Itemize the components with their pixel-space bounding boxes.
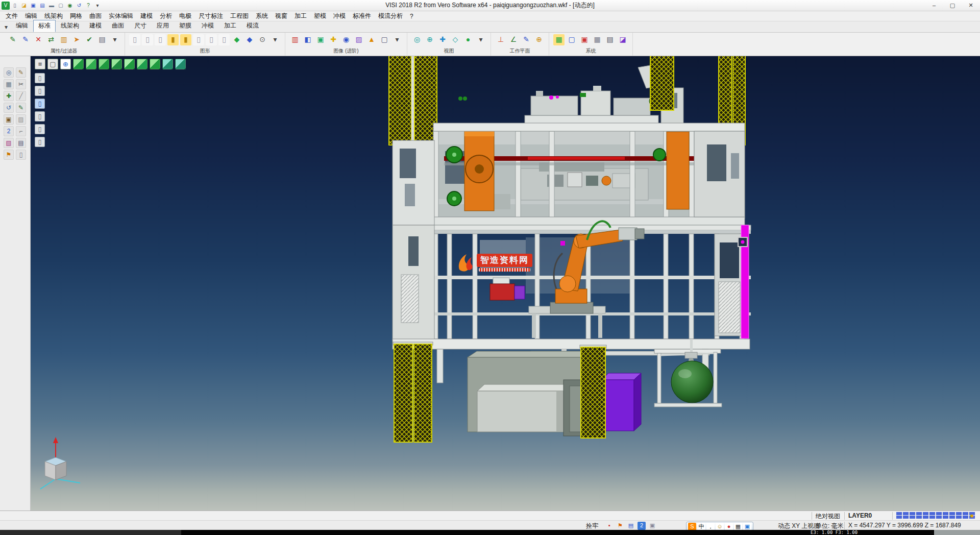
clip-tool-4-icon[interactable]: ▯ xyxy=(35,111,45,121)
new-file-icon[interactable]: ▯ xyxy=(11,2,19,10)
layer-db2-icon[interactable]: ▯ xyxy=(142,34,153,45)
tab-modeling[interactable]: 建模 xyxy=(84,20,107,32)
menu-electrode[interactable]: 电极 xyxy=(176,12,195,20)
safety-fence-top-left[interactable] xyxy=(388,56,438,145)
delete-entities-icon[interactable]: ✕ xyxy=(33,34,44,45)
filter-more-icon[interactable]: ▾ xyxy=(109,34,120,45)
box-icon[interactable]: ▣ xyxy=(4,114,14,125)
view-list-icon[interactable]: ≡ xyxy=(35,59,45,69)
qat-more-icon[interactable]: ▾ xyxy=(93,2,102,10)
tab-standard[interactable]: 标准 xyxy=(33,20,56,32)
red-control-box[interactable] xyxy=(490,284,514,300)
view-reference-label[interactable]: 绝对视图 xyxy=(816,512,840,521)
menu-machining[interactable]: 加工 xyxy=(291,12,310,20)
effects-icon[interactable]: ▲ xyxy=(366,34,377,45)
measure-icon[interactable]: ⌐ xyxy=(16,126,26,136)
menu-surface[interactable]: 曲面 xyxy=(86,12,105,20)
visi-logo-icon[interactable]: V xyxy=(2,2,10,10)
menu-standard-parts[interactable]: 标准件 xyxy=(349,12,375,20)
tray-status-icon[interactable]: ▣ xyxy=(648,522,656,530)
flag-status-icon[interactable]: ⚑ xyxy=(616,522,624,530)
layers-icon[interactable]: ▤ xyxy=(16,138,26,148)
workplane-origin-icon[interactable]: ⊕ xyxy=(533,34,545,45)
shading-icon[interactable]: ◧ xyxy=(302,34,313,45)
filter-up-icon[interactable]: ➤ xyxy=(71,34,82,45)
filter-list-icon[interactable]: ▤ xyxy=(96,34,108,45)
menu-file[interactable]: 文件 xyxy=(2,12,21,20)
view-iso2-icon[interactable] xyxy=(162,59,173,69)
cut-icon[interactable]: ✂ xyxy=(16,79,26,89)
filter-check-icon[interactable]: ✔ xyxy=(84,34,95,45)
two-icon[interactable]: 2 xyxy=(4,126,14,136)
tab-application[interactable]: 应用 xyxy=(152,20,174,32)
menu-edit[interactable]: 编辑 xyxy=(21,12,41,20)
clip-tool-5-icon[interactable]: ▯ xyxy=(35,124,45,134)
clip-tool-6-icon[interactable]: ▯ xyxy=(35,137,45,147)
machine-mid-frame[interactable] xyxy=(393,221,751,355)
change-attr-icon[interactable]: ✎ xyxy=(20,34,31,45)
save-icon[interactable]: ▣ xyxy=(29,2,37,10)
layer-db-icon[interactable]: ▯ xyxy=(129,34,140,45)
erase-icon[interactable]: ▨ xyxy=(16,114,26,125)
workplane-angle-icon[interactable]: ∠ xyxy=(508,34,519,45)
view-refresh-icon[interactable]: ◎ xyxy=(411,34,423,45)
clip-tool-active-icon[interactable]: ▯ xyxy=(35,99,45,109)
material-icon[interactable]: ▨ xyxy=(353,34,364,45)
minimize-button[interactable]: – xyxy=(925,0,943,11)
print-icon[interactable]: ▬ xyxy=(47,2,56,10)
menu-window[interactable]: 视窗 xyxy=(272,12,291,20)
green-sphere[interactable] xyxy=(671,361,713,403)
db-blue-icon[interactable]: ◆ xyxy=(244,34,255,45)
rotate-icon[interactable]: ↺ xyxy=(4,103,14,113)
tab-die[interactable]: 冲模 xyxy=(197,20,219,32)
layer-db5-icon[interactable]: ▯ xyxy=(206,34,217,45)
view-rotate-icon[interactable]: ◇ xyxy=(450,34,461,45)
layer-color-swatches[interactable] xyxy=(896,512,975,519)
base-cabinets[interactable] xyxy=(437,349,708,436)
tab-edit[interactable]: 编辑 xyxy=(11,20,33,32)
machine-upper-frame[interactable] xyxy=(393,123,745,225)
view-back-icon[interactable] xyxy=(86,59,96,69)
view-zoom-icon[interactable]: ⊕ xyxy=(424,34,435,45)
pencil-green-icon[interactable]: ✎ xyxy=(16,103,26,113)
system-calc-icon[interactable]: ▦ xyxy=(592,34,603,45)
swap-layer-icon[interactable]: ⇄ xyxy=(45,34,57,45)
grid-icon[interactable]: ▦ xyxy=(4,79,14,89)
help-quick-icon[interactable]: ? xyxy=(84,2,92,10)
preview-icon[interactable]: ▢ xyxy=(57,2,65,10)
clip-tool-2-icon[interactable]: ▯ xyxy=(35,86,45,96)
system-plane-icon[interactable]: ◪ xyxy=(617,34,628,45)
open-file-icon[interactable]: ◪ xyxy=(20,2,28,10)
color-pens-icon[interactable]: ▥ xyxy=(58,34,69,45)
undo-icon[interactable]: ↺ xyxy=(75,2,83,10)
close-button[interactable]: ✕ xyxy=(962,0,980,11)
graphics-more-icon[interactable]: ▾ xyxy=(270,34,281,45)
tab-surface[interactable]: 曲面 xyxy=(107,20,129,32)
active-layer-label[interactable]: LAYER0 xyxy=(848,512,872,519)
workplane-xy-icon[interactable]: ⊥ xyxy=(495,34,506,45)
system-table-icon[interactable]: ▤ xyxy=(604,34,616,45)
axis-icon[interactable]: ✚ xyxy=(4,91,14,101)
orange-column-right[interactable] xyxy=(667,132,689,209)
purple-cabinet[interactable] xyxy=(601,380,634,431)
view-more-icon[interactable]: ▾ xyxy=(475,34,486,45)
system-settings-icon[interactable]: ▣ xyxy=(579,34,590,45)
db-green-icon[interactable]: ◆ xyxy=(231,34,242,45)
render-modes-icon[interactable]: ▥ xyxy=(289,34,301,45)
layer-db3-icon[interactable]: ▯ xyxy=(155,34,166,45)
camera-icon[interactable]: ◉ xyxy=(340,34,352,45)
clip-tool-1-icon[interactable]: ▯ xyxy=(35,73,45,83)
system-monitor-icon[interactable]: ▢ xyxy=(566,34,577,45)
3d-viewport[interactable]: ≡▢⊕ ▯▯▯▯▯▯ 智造资料网 xyxy=(31,56,980,510)
menu-modeling[interactable]: 建模 xyxy=(137,12,156,20)
status-color-icon[interactable]: ■ xyxy=(968,512,976,520)
db-search-icon[interactable]: ⊙ xyxy=(257,34,268,45)
sphere-hoist[interactable] xyxy=(654,339,722,407)
view-plane-icon[interactable]: ▢ xyxy=(47,59,58,69)
attributes-icon[interactable]: ✎ xyxy=(7,34,18,45)
palette-icon[interactable]: ▧ xyxy=(4,138,14,148)
image-more-icon[interactable]: ▾ xyxy=(391,34,403,45)
tab-dimension[interactable]: 尺寸 xyxy=(129,20,152,32)
view-shade-icon[interactable]: ● xyxy=(462,34,474,45)
tab-dropdown-icon[interactable]: ▾ xyxy=(2,23,11,32)
